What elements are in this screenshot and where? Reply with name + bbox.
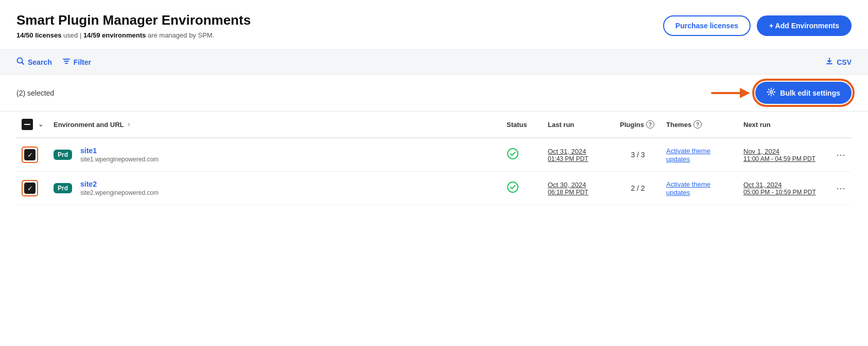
next-run-time: 05:00 PM - 10:59 PM PDT — [743, 189, 826, 196]
svg-marker-3 — [740, 88, 750, 98]
toolbar: Search Filter CSV — [0, 50, 868, 75]
env-url-sort[interactable]: Environment and URL ↑ — [54, 121, 496, 129]
th-plugins: Plugins ? — [615, 112, 661, 138]
env-info: site2 site2.wpenginepowered.com — [80, 180, 159, 196]
table-body: ✓ Prd site1 site1.wpenginepowered.com — [16, 138, 852, 205]
bulk-edit-label: Bulk edit settings — [780, 89, 840, 97]
table-row: ✓ Prd site2 site2.wpenginepowered.com — [16, 172, 852, 205]
page-title: Smart Plugin Manager Environments — [16, 12, 251, 28]
filter-icon — [62, 57, 71, 67]
subtitle-middle: used | — [63, 31, 83, 39]
plugins-help-icon[interactable]: ? — [646, 120, 654, 129]
row-checkbox[interactable]: ✓ — [24, 149, 36, 160]
search-button[interactable]: Search — [16, 57, 52, 67]
download-icon — [825, 57, 834, 67]
themes-header: Themes ? — [666, 120, 733, 129]
next-run-time: 11:00 AM - 04:59 PM PDT — [743, 155, 826, 162]
search-label: Search — [28, 58, 52, 66]
th-next-run-label: Next run — [743, 121, 771, 129]
th-plugins-label: Plugins — [620, 121, 644, 129]
env-cell-inner: Prd site2 site2.wpenginepowered.com — [54, 180, 496, 196]
checkbox-border: ✓ — [22, 147, 38, 163]
purchase-licenses-button[interactable]: Purchase licenses — [663, 15, 751, 36]
check-icon: ✓ — [27, 151, 33, 159]
themes-help-icon[interactable]: ? — [693, 120, 702, 129]
th-themes-label: Themes — [666, 121, 691, 129]
last-run-cell: Oct 30, 2024 06:18 PM PDT — [543, 172, 615, 205]
last-run-time: 06:18 PM PDT — [548, 189, 610, 196]
more-options-button[interactable]: ⋯ — [836, 149, 846, 160]
th-themes: Themes ? — [661, 112, 738, 138]
csv-label: CSV — [837, 58, 852, 66]
svg-line-1 — [22, 62, 24, 64]
selection-bar: (2) selected Bulk edit settings — [0, 75, 868, 112]
row-checkbox-cell: ✓ — [16, 172, 48, 205]
activate-theme-link[interactable]: Activate theme updates — [666, 147, 710, 163]
svg-point-6 — [508, 182, 518, 192]
chevron-down-icon[interactable]: ⌄ — [38, 121, 43, 128]
next-run-date: Oct 31, 2024 — [743, 181, 826, 189]
header-actions: Purchase licenses + Add Environments — [663, 15, 852, 36]
th-last-run-label: Last run — [548, 121, 574, 129]
select-all-checkbox[interactable] — [22, 119, 33, 130]
last-run-date: Oct 30, 2024 — [548, 181, 610, 189]
selected-count: (2) selected — [16, 89, 54, 97]
th-env-url: Environment and URL ↑ — [48, 112, 501, 138]
checkbox-border: ✓ — [22, 180, 38, 196]
environments-table-container: ⌄ Environment and URL ↑ Status Last run — [0, 112, 868, 205]
toolbar-left: Search Filter — [16, 57, 91, 67]
env-badge: Prd — [54, 183, 72, 193]
subtitle-end: are managed by SPM. — [148, 31, 214, 39]
plugins-header: Plugins ? — [620, 120, 656, 129]
env-cell: Prd site1 site1.wpenginepowered.com — [48, 138, 501, 172]
status-ok-icon — [507, 151, 519, 162]
status-cell — [501, 138, 543, 172]
table-row: ✓ Prd site1 site1.wpenginepowered.com — [16, 138, 852, 172]
page-header: Smart Plugin Manager Environments 14/50 … — [0, 0, 868, 50]
filter-button[interactable]: Filter — [62, 57, 91, 67]
plugins-cell: 2 / 2 — [615, 172, 661, 205]
search-icon — [16, 57, 25, 67]
th-env-url-label: Environment and URL — [54, 121, 124, 129]
env-url: site1.wpenginepowered.com — [80, 156, 159, 163]
th-next-run: Next run — [738, 112, 831, 138]
header-subtitle: 14/50 licenses used | 14/59 environments… — [16, 31, 251, 39]
arrow-indicator — [710, 85, 751, 101]
activate-theme-link[interactable]: Activate theme updates — [666, 180, 710, 196]
plugins-count: 3 / 3 — [620, 151, 656, 159]
th-checkbox: ⌄ — [16, 112, 48, 138]
bulk-edit-settings-button[interactable]: Bulk edit settings — [755, 82, 852, 104]
last-run-date: Oct 31, 2024 — [548, 148, 610, 155]
env-cell-inner: Prd site1 site1.wpenginepowered.com — [54, 147, 496, 163]
env-name-link[interactable]: site2 — [80, 180, 97, 188]
last-run-cell: Oct 31, 2024 01:43 PM PDT — [543, 138, 615, 172]
envs-managed: 14/59 environments — [83, 31, 146, 39]
actions-cell: ⋯ — [831, 138, 852, 172]
csv-button[interactable]: CSV — [825, 57, 852, 67]
svg-point-5 — [508, 149, 518, 159]
status-ok-icon — [507, 184, 519, 195]
env-url: site2.wpenginepowered.com — [80, 189, 159, 196]
themes-cell: Activate theme updates — [661, 138, 738, 172]
environments-table: ⌄ Environment and URL ↑ Status Last run — [16, 112, 852, 205]
th-actions — [831, 112, 852, 138]
env-name-link[interactable]: site1 — [80, 147, 97, 155]
th-status: Status — [501, 112, 543, 138]
last-run-time: 01:43 PM PDT — [548, 155, 610, 162]
status-cell — [501, 172, 543, 205]
env-badge: Prd — [54, 150, 72, 160]
minus-icon — [24, 124, 30, 125]
more-options-button[interactable]: ⋯ — [836, 183, 846, 194]
check-icon: ✓ — [27, 185, 33, 192]
themes-cell: Activate theme updates — [661, 172, 738, 205]
row-checkbox-cell: ✓ — [16, 138, 48, 172]
env-cell: Prd site2 site2.wpenginepowered.com — [48, 172, 501, 205]
plugins-cell: 3 / 3 — [615, 138, 661, 172]
th-last-run: Last run — [543, 112, 615, 138]
env-info: site1 site1.wpenginepowered.com — [80, 147, 159, 163]
table-header-row: ⌄ Environment and URL ↑ Status Last run — [16, 112, 852, 138]
add-environments-button[interactable]: + Add Environments — [757, 15, 852, 36]
header-left: Smart Plugin Manager Environments 14/50 … — [16, 12, 251, 39]
row-checkbox[interactable]: ✓ — [24, 183, 36, 194]
next-run-cell: Oct 31, 2024 05:00 PM - 10:59 PM PDT — [738, 172, 831, 205]
